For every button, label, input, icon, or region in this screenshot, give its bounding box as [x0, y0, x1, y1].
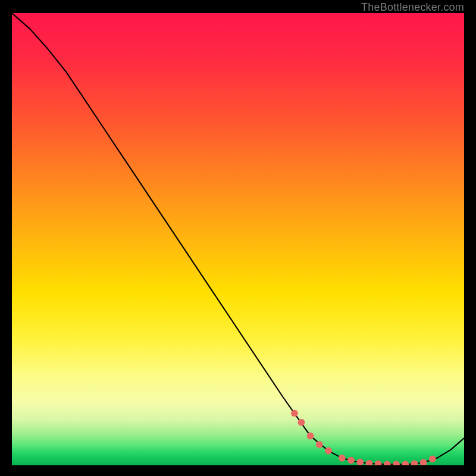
data-marker	[375, 461, 382, 465]
data-marker	[429, 455, 436, 462]
chart-svg	[12, 13, 464, 465]
data-marker	[339, 455, 346, 462]
bottleneck-curve	[12, 13, 464, 464]
data-marker	[307, 433, 314, 440]
data-marker	[402, 461, 409, 465]
data-marker	[366, 460, 373, 465]
data-marker	[316, 441, 323, 448]
chart-stage: TheBottlenecker.com	[0, 0, 476, 476]
data-marker	[411, 460, 418, 465]
curve-layer	[12, 13, 464, 464]
plot-frame	[12, 13, 464, 465]
data-marker	[356, 459, 364, 465]
data-marker	[347, 457, 355, 464]
data-marker	[325, 447, 332, 455]
data-marker	[393, 461, 400, 465]
attribution-text: TheBottlenecker.com	[361, 1, 464, 14]
data-marker	[291, 410, 298, 417]
data-marker	[420, 459, 427, 465]
marker-layer	[291, 410, 436, 465]
data-marker	[298, 419, 305, 426]
data-marker	[384, 461, 391, 465]
